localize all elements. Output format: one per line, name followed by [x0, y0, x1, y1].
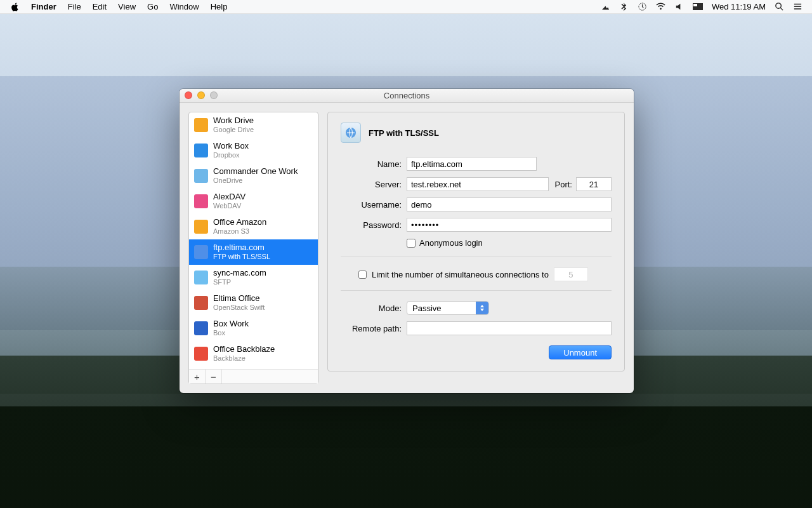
connection-row[interactable]: AlexDAVWebDAV — [189, 189, 318, 214]
connection-row[interactable]: Eltima OfficeOpenStack Swift — [189, 290, 318, 316]
unmount-button[interactable]: Unmount — [549, 345, 612, 359]
limit-connections-checkbox[interactable] — [358, 271, 367, 279]
connection-name: Commander One Work — [213, 167, 298, 177]
connection-row[interactable]: Office BackblazeBackblaze — [189, 341, 318, 366]
connections-window: Connections Work DriveGoogle DriveWork B… — [180, 89, 634, 393]
section-divider — [341, 257, 612, 257]
password-label: Password: — [341, 220, 402, 230]
connection-icon — [194, 220, 208, 234]
username-field[interactable] — [407, 197, 612, 211]
connection-row[interactable]: sync-mac.comSFTP — [189, 265, 318, 290]
connection-name: Office Amazon — [213, 218, 266, 227]
app-name-menu[interactable]: Finder — [25, 0, 62, 14]
connection-icon — [194, 245, 208, 259]
connection-row[interactable]: Work BoxDropbox — [189, 138, 318, 163]
connection-type-icon — [341, 123, 361, 143]
section-divider-2 — [341, 290, 612, 291]
server-label: Server: — [341, 180, 402, 189]
connection-name: Work Drive — [213, 116, 254, 126]
menu-window[interactable]: Window — [164, 0, 204, 14]
input-source-flag[interactable] — [688, 0, 707, 14]
connection-type: Amazon S3 — [213, 227, 266, 236]
mode-value: Passive — [412, 304, 442, 313]
menubar: Finder File Edit View Go Window Help Wed… — [0, 0, 812, 14]
connection-icon — [194, 118, 208, 132]
connection-name: Work Box — [213, 142, 249, 151]
connection-icon — [194, 271, 208, 284]
svg-point-1 — [776, 3, 781, 8]
connection-icon — [194, 169, 208, 183]
connection-row[interactable]: Office AmazonAmazon S3 — [189, 214, 318, 239]
password-field[interactable] — [407, 218, 612, 232]
username-label: Username: — [341, 200, 402, 210]
desktop-wallpaper: Finder File Edit View Go Window Help Wed… — [0, 0, 812, 508]
name-label: Name: — [341, 159, 402, 169]
connection-name: sync-mac.com — [213, 269, 266, 278]
clock[interactable]: Wed 11:19 AM — [707, 0, 770, 14]
connection-name: Eltima Office — [213, 294, 265, 304]
zoom-window-button[interactable] — [210, 91, 218, 99]
connection-icon — [194, 194, 208, 208]
connection-row[interactable]: Commander One WorkOneDrive — [189, 163, 318, 189]
connection-name: Office Backblaze — [213, 345, 275, 354]
minimize-window-button[interactable] — [197, 91, 205, 99]
remote-path-field[interactable] — [407, 321, 612, 335]
connection-icon — [194, 296, 208, 310]
titlebar[interactable]: Connections — [180, 89, 634, 103]
remote-path-label: Remote path: — [341, 324, 402, 333]
connection-name: ftp.eltima.com — [213, 243, 270, 253]
anonymous-login-label: Anonymous login — [419, 238, 483, 248]
window-title: Connections — [384, 91, 429, 100]
apple-menu[interactable] — [5, 0, 25, 14]
add-connection-button[interactable]: + — [189, 370, 206, 384]
menu-file[interactable]: File — [62, 0, 87, 14]
connection-name: Box Work — [213, 319, 249, 329]
connection-name: AlexDAV — [213, 192, 246, 202]
name-field[interactable] — [407, 157, 537, 171]
connection-type: Dropbox — [213, 151, 249, 159]
connection-type-heading: FTP with TLS/SSL — [369, 128, 439, 138]
port-label: Port: — [555, 180, 572, 189]
connection-type: Google Drive — [213, 126, 254, 134]
menu-edit[interactable]: Edit — [87, 0, 112, 14]
wifi-icon[interactable] — [652, 0, 670, 14]
connection-type: WebDAV — [213, 202, 246, 210]
connection-detail-pane: FTP with TLS/SSL Name: Server: Port: Use… — [327, 112, 625, 371]
status-app-icon[interactable] — [596, 0, 615, 14]
connection-type: Backblaze — [213, 354, 275, 363]
volume-icon[interactable] — [670, 0, 688, 14]
spotlight-icon[interactable] — [770, 0, 789, 14]
connection-icon — [194, 144, 208, 157]
remove-connection-button[interactable]: − — [206, 370, 222, 384]
menu-go[interactable]: Go — [141, 0, 164, 14]
mode-label: Mode: — [341, 304, 402, 313]
menu-view[interactable]: View — [112, 0, 141, 14]
chevron-updown-icon — [476, 302, 488, 314]
connection-icon — [194, 347, 208, 361]
connection-row[interactable]: Work DriveGoogle Drive — [189, 112, 318, 138]
connection-type: SFTP — [213, 278, 266, 286]
notification-center-icon[interactable] — [789, 0, 807, 14]
connection-icon — [194, 321, 208, 335]
server-field[interactable] — [407, 177, 549, 191]
connection-row[interactable]: ftp.eltima.comFTP with TLS/SSL — [189, 239, 318, 265]
mode-select[interactable]: Passive — [407, 301, 489, 315]
connection-type: OneDrive — [213, 177, 298, 185]
port-field[interactable] — [576, 177, 612, 191]
connection-type: FTP with TLS/SSL — [213, 253, 270, 261]
connection-list: Work DriveGoogle DriveWork BoxDropboxCom… — [188, 112, 318, 384]
close-window-button[interactable] — [185, 91, 192, 99]
anonymous-login-checkbox[interactable] — [407, 239, 416, 248]
connection-row[interactable]: Box WorkBox — [189, 316, 318, 341]
connection-type: Box — [213, 329, 249, 337]
limit-connections-field[interactable] — [554, 267, 588, 281]
bluetooth-icon[interactable] — [615, 0, 633, 14]
limit-connections-label: Limit the number of simultaneous connect… — [372, 270, 549, 279]
connection-type: OpenStack Swift — [213, 304, 265, 312]
menu-help[interactable]: Help — [205, 0, 233, 14]
timemachine-icon[interactable] — [633, 0, 652, 14]
